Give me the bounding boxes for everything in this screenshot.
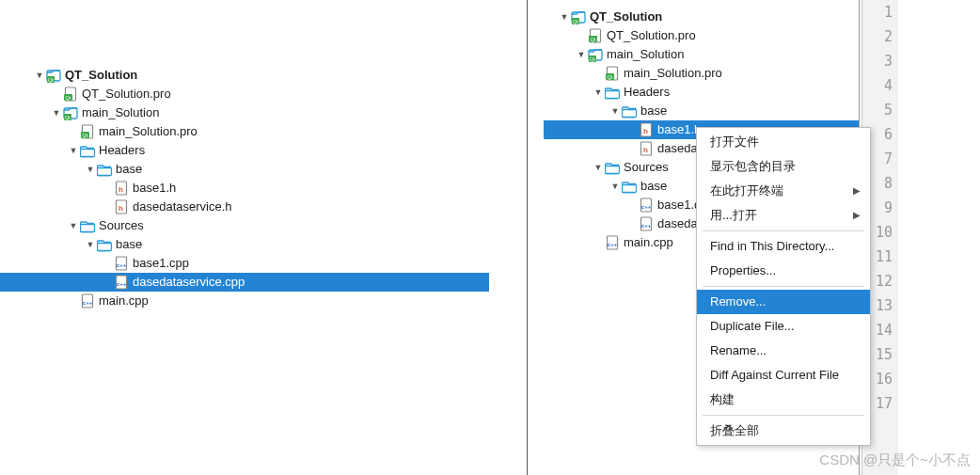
- folder-icon: [97, 162, 112, 177]
- cpp-file-icon: [114, 256, 129, 271]
- menu-item-label: 在此打开终端: [710, 183, 783, 198]
- tree-row[interactable]: base: [0, 160, 489, 179]
- tree-row-label: Sources: [99, 216, 144, 235]
- caret-open-icon[interactable]: [592, 83, 605, 102]
- menu-item[interactable]: Diff Against Current File: [697, 363, 870, 388]
- line-number: 5: [862, 98, 898, 122]
- tree-row-label: QT_Solution.pro: [607, 26, 696, 45]
- menu-item[interactable]: Duplicate File...: [697, 314, 870, 339]
- tree-row[interactable]: dasedataservice.cpp: [0, 273, 489, 292]
- menu-item-label: 显示包含的目录: [710, 159, 796, 173]
- tree-row-label: dasedataservice.cpp: [133, 273, 245, 292]
- tree-row[interactable]: base: [544, 102, 859, 120]
- tree-row[interactable]: base1.cpp: [0, 254, 489, 273]
- h-file-icon: [114, 199, 129, 214]
- caret-open-icon[interactable]: [33, 66, 46, 85]
- vertical-divider: [527, 0, 528, 475]
- tree-row[interactable]: QT_Solution.pro: [0, 85, 489, 103]
- tree-row-label: base: [116, 160, 142, 179]
- context-menu[interactable]: 打开文件显示包含的目录在此打开终端▶用...打开▶Find in This Di…: [696, 127, 871, 446]
- h-file-icon: [639, 141, 654, 156]
- folder-hdr-icon: [80, 143, 95, 158]
- folder-icon: [97, 237, 112, 252]
- tree-row-label: base: [640, 102, 667, 120]
- pro-file-icon: [80, 124, 95, 139]
- caret-open-icon[interactable]: [67, 216, 80, 235]
- tree-row[interactable]: main_Solution: [544, 45, 859, 64]
- tree-row[interactable]: main_Solution.pro: [0, 122, 489, 141]
- menu-item[interactable]: Remove...: [697, 290, 870, 314]
- menu-item-label: Find in This Directory...: [710, 239, 834, 253]
- menu-item-label: 构建: [710, 392, 735, 406]
- tree-row-label: QT_Solution: [65, 66, 137, 85]
- caret-open-icon[interactable]: [609, 102, 622, 120]
- folder-src-icon: [80, 218, 95, 233]
- tree-row-label: base1.h: [133, 179, 176, 198]
- project-icon: [63, 105, 78, 120]
- caret-open-icon[interactable]: [50, 103, 63, 122]
- tree-row-label: main_Solution: [82, 103, 159, 122]
- pro-file-icon: [605, 66, 620, 81]
- tree-row-label: main.cpp: [624, 233, 673, 252]
- caret-open-icon[interactable]: [592, 158, 605, 177]
- pro-file-icon: [63, 87, 78, 102]
- line-number: 3: [862, 49, 898, 73]
- menu-item-label: 用...打开: [710, 208, 757, 222]
- menu-item-label: 打开文件: [710, 135, 759, 149]
- menu-item[interactable]: 打开文件: [697, 130, 870, 154]
- caret-open-icon[interactable]: [575, 45, 588, 64]
- line-number: 2: [862, 24, 898, 49]
- caret-open-icon[interactable]: [67, 141, 80, 160]
- menu-item[interactable]: Find in This Directory...: [697, 234, 870, 259]
- menu-separator: [703, 415, 864, 416]
- tree-row-label: main_Solution: [607, 45, 684, 64]
- menu-item[interactable]: 显示包含的目录: [697, 154, 870, 179]
- tree-row-label: base1.cpp: [133, 254, 189, 273]
- submenu-arrow-icon: ▶: [853, 203, 861, 228]
- caret-open-icon[interactable]: [609, 177, 622, 196]
- caret-open-icon[interactable]: [84, 235, 97, 254]
- tree-row-label: Headers: [624, 83, 670, 102]
- menu-item[interactable]: 在此打开终端▶: [697, 179, 870, 203]
- caret-open-icon[interactable]: [84, 160, 97, 179]
- folder-hdr-icon: [605, 85, 620, 100]
- menu-item[interactable]: 用...打开▶: [697, 203, 870, 228]
- menu-item[interactable]: Rename...: [697, 339, 870, 363]
- project-icon: [571, 9, 586, 24]
- tree-row[interactable]: main_Solution: [0, 103, 489, 122]
- pro-file-icon: [588, 28, 603, 43]
- caret-open-icon[interactable]: [558, 8, 571, 26]
- tree-row[interactable]: Sources: [0, 216, 489, 235]
- tree-row[interactable]: dasedataservice.h: [0, 198, 489, 216]
- tree-row-label: main_Solution.pro: [624, 64, 722, 83]
- tree-row[interactable]: Headers: [0, 141, 489, 160]
- tree-row[interactable]: base1.h: [0, 179, 489, 198]
- project-icon: [46, 68, 61, 83]
- project-tree-left[interactable]: QT_SolutionQT_Solution.promain_Solutionm…: [0, 0, 489, 475]
- menu-item[interactable]: 折叠全部: [697, 419, 870, 443]
- tree-row-label: Sources: [624, 158, 669, 177]
- tree-row-label: base1.h: [657, 120, 701, 139]
- tree-row[interactable]: Headers: [544, 83, 859, 102]
- line-number: 4: [862, 73, 898, 98]
- tree-row[interactable]: QT_Solution: [544, 8, 859, 26]
- menu-item[interactable]: Properties...: [697, 259, 870, 283]
- project-icon: [588, 47, 603, 62]
- menu-item-label: 折叠全部: [710, 423, 759, 437]
- menu-item-label: Remove...: [710, 294, 766, 309]
- tree-row-label: base: [640, 177, 667, 196]
- tree-row[interactable]: QT_Solution.pro: [544, 26, 859, 45]
- folder-icon: [622, 179, 637, 194]
- line-number: 1: [862, 0, 898, 24]
- menu-item-label: Diff Against Current File: [710, 368, 839, 382]
- menu-item-label: Rename...: [710, 343, 767, 357]
- menu-separator: [703, 286, 864, 287]
- menu-item[interactable]: 构建: [697, 388, 870, 412]
- cpp-file-icon: [80, 293, 95, 309]
- tree-row[interactable]: main_Solution.pro: [544, 64, 859, 83]
- tree-row-label: main_Solution.pro: [99, 122, 198, 141]
- tree-row[interactable]: QT_Solution: [0, 66, 489, 85]
- cpp-file-icon: [639, 216, 654, 231]
- tree-row[interactable]: base: [0, 235, 489, 254]
- tree-row[interactable]: main.cpp: [0, 292, 489, 310]
